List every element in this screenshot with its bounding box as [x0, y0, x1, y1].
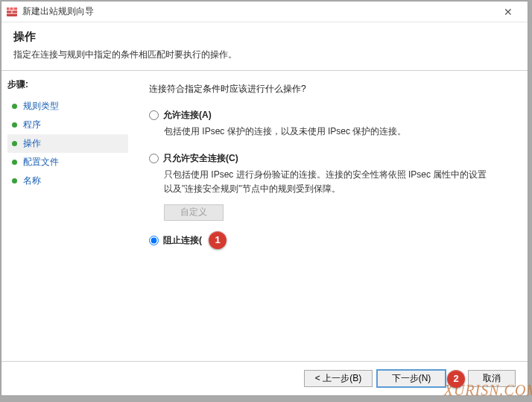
sidebar-item-action[interactable]: 操作: [7, 134, 128, 153]
sidebar-item-ruletype[interactable]: 规则类型: [7, 97, 128, 116]
page-title: 操作: [13, 30, 516, 44]
radio-block[interactable]: [149, 236, 159, 245]
back-button[interactable]: < 上一步(B): [304, 370, 373, 387]
sidebar-item-name[interactable]: 名称: [7, 172, 128, 190]
option-allow-label[interactable]: 允许连接(A): [163, 109, 212, 122]
action-prompt: 连接符合指定条件时应该进行什么操作?: [149, 83, 513, 95]
close-icon[interactable]: ✕: [493, 7, 523, 17]
header: 操作 指定在连接与规则中指定的条件相匹配时要执行的操作。: [1, 22, 528, 71]
option-allow: 允许连接(A) 包括使用 IPsec 保护的连接，以及未使用 IPsec 保护的…: [149, 109, 513, 139]
bullet-icon: [12, 122, 17, 128]
sidebar-item-label: 操作: [23, 137, 41, 150]
firewall-icon: [6, 6, 18, 18]
steps-label: 步骤:: [7, 78, 128, 91]
wizard-window: 新建出站规则向导 ✕ 操作 指定在连接与规则中指定的条件相匹配时要执行的操作。 …: [1, 1, 528, 396]
option-secure: 只允许安全连接(C) 只包括使用 IPsec 进行身份验证的连接。连接的安全性将…: [149, 152, 513, 220]
customize-button: 自定义: [164, 204, 224, 221]
option-secure-desc: 只包括使用 IPsec 进行身份验证的连接。连接的安全性将依照 IPsec 属性…: [164, 168, 492, 196]
bullet-icon: [12, 104, 17, 109]
option-block: 阻止连接( 1: [149, 234, 513, 247]
sidebar-item-label: 规则类型: [23, 100, 59, 113]
sidebar-item-label: 名称: [23, 175, 41, 187]
sidebar-item-label: 程序: [23, 119, 41, 131]
option-block-label[interactable]: 阻止连接(: [163, 234, 202, 247]
bullet-icon: [12, 141, 17, 146]
bullet-icon: [12, 160, 17, 165]
sidebar-item-program[interactable]: 程序: [7, 116, 128, 134]
sidebar-item-profile[interactable]: 配置文件: [7, 153, 128, 172]
annotation-marker-1: 1: [209, 231, 227, 249]
option-secure-label[interactable]: 只允许安全连接(C): [163, 152, 238, 165]
window-title: 新建出站规则向导: [22, 5, 493, 18]
radio-secure[interactable]: [149, 154, 159, 163]
svg-rect-1: [7, 7, 17, 10]
next-button[interactable]: 下一步(N): [377, 370, 446, 387]
option-allow-desc: 包括使用 IPsec 保护的连接，以及未使用 IPsec 保护的连接。: [164, 125, 492, 139]
bullet-icon: [12, 178, 17, 183]
annotation-marker-2: 2: [447, 370, 465, 388]
titlebar: 新建出站规则向导 ✕: [1, 1, 528, 22]
body: 步骤: 规则类型 程序 操作 配置文件 名称 连接符合指定条件时应该进行什么操作…: [1, 71, 528, 361]
sidebar: 步骤: 规则类型 程序 操作 配置文件 名称: [1, 71, 134, 361]
page-subtitle: 指定在连接与规则中指定的条件相匹配时要执行的操作。: [13, 48, 516, 61]
radio-allow[interactable]: [149, 110, 159, 120]
sidebar-item-label: 配置文件: [23, 156, 59, 169]
content: 连接符合指定条件时应该进行什么操作? 允许连接(A) 包括使用 IPsec 保护…: [134, 71, 528, 361]
